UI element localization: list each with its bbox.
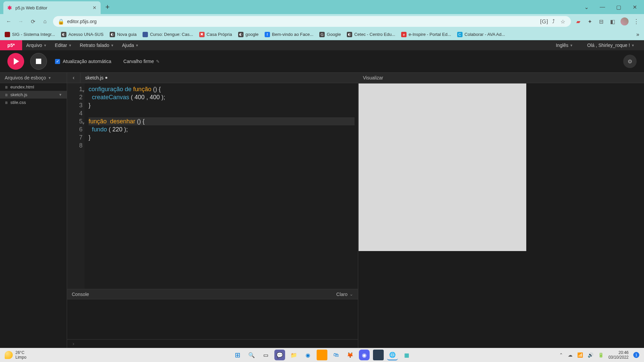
bookmark-item[interactable]: ◐google [238, 32, 259, 37]
weather-temp: 26°C [15, 350, 26, 355]
file-item[interactable]: 🗎eundex.html [0, 83, 67, 91]
bookmark-label: Colaborar - AVA Ad... [465, 32, 505, 37]
sub-bar: Arquivos de esboço▼ ‹ sketch.js Visualiz… [0, 72, 644, 83]
chevron-down-icon: ▼ [136, 44, 139, 47]
bookmarks-bar: SIG - Sistema Integr...◐Acesso UNA-SUS◐N… [0, 29, 644, 40]
chevron-down-icon[interactable]: ▼ [59, 93, 62, 97]
play-button[interactable] [7, 53, 24, 70]
chevron-down-icon: ▼ [48, 76, 51, 80]
p5-favicon-icon: ✱ [7, 5, 13, 10]
forward-button[interactable]: → [17, 17, 25, 25]
battery-icon[interactable]: 🔋 [598, 352, 604, 358]
reading-list-icon[interactable]: ⊟ [598, 18, 604, 25]
console-theme-label[interactable]: Claro [336, 292, 347, 297]
reload-button[interactable]: ⟳ [29, 17, 37, 25]
p5-logo[interactable]: p5* [0, 40, 22, 50]
chevron-down-icon: ▼ [111, 44, 114, 47]
menu-retrato-falado[interactable]: Retrato falado▼ [76, 40, 118, 50]
language-selector[interactable]: Inglês▼ [552, 43, 577, 48]
bookmark-item[interactable]: GGoogle [319, 32, 341, 37]
checkbox-checked-icon[interactable]: ✓ [55, 59, 60, 64]
search-icon[interactable]: 🔍 [246, 350, 257, 360]
bookmark-favicon-icon: f [265, 32, 270, 37]
sketch-files-toggle[interactable]: Arquivos de esboço▼ [0, 73, 67, 83]
home-button[interactable]: ⌂ [41, 17, 49, 25]
bookmark-star-icon[interactable]: ☆ [559, 18, 566, 25]
firefox-icon[interactable]: 🦊 [345, 350, 356, 360]
auto-refresh-toggle[interactable]: ✓ Atualização automática [55, 59, 111, 64]
tab-close-icon[interactable]: ✕ [93, 5, 97, 10]
chevron-down-icon: ▼ [43, 44, 47, 47]
code-content[interactable]: configuração de função () { createCanvas… [85, 83, 358, 289]
file-tab[interactable]: sketch.js [80, 73, 112, 83]
sublime-icon[interactable] [317, 350, 327, 360]
menu-arquivo[interactable]: Arquivo▼ [22, 40, 51, 50]
pencil-icon[interactable]: ✎ [156, 59, 160, 64]
chat-icon[interactable]: 💬 [274, 350, 285, 360]
wifi-icon[interactable]: 📶 [577, 352, 583, 358]
weather-widget[interactable]: 26°CLimpo [5, 350, 26, 360]
bookmark-item[interactable]: SIG - Sistema Integr... [5, 32, 55, 37]
bookmark-item[interactable]: fBem-vindo ao Face... [265, 32, 314, 37]
taskbar-icons: ⊞ 🔍 ▭ 💬 📁 ◉ 🛍 🦊 ◉ 🌐 ▦ [232, 350, 412, 360]
chrome-menu-icon[interactable]: ⋮ [633, 18, 639, 25]
collapse-sidebar-button[interactable]: ‹ [67, 73, 80, 83]
console-body [67, 299, 358, 339]
file-item[interactable]: 🗎sketch.js▼ [0, 91, 67, 99]
dropdown-icon[interactable]: ⌄ [578, 1, 594, 13]
share-icon[interactable]: ⤴ [550, 18, 557, 25]
user-greeting[interactable]: Olá , Shirley_roque !▼ [583, 43, 639, 48]
app-icon[interactable] [373, 350, 384, 360]
bookmark-label: Acesso UNA-SUS [68, 32, 104, 37]
side-panel-icon[interactable]: ◧ [609, 18, 616, 25]
bookmark-item[interactable]: ✖Casa Própria [199, 32, 232, 37]
extensions-icon[interactable]: ✦ [586, 18, 593, 25]
onedrive-icon[interactable]: ☁ [568, 352, 573, 358]
console-header[interactable]: Console Claro⌄ [67, 289, 358, 299]
bookmark-item[interactable]: Curso: Dengue: Cas... [143, 32, 193, 37]
editor-column: 1▼ 234 5▼ 678 configuração de função () … [67, 83, 358, 348]
new-tab-button[interactable]: + [105, 3, 110, 11]
bookmark-item[interactable]: ◐Nova guia [110, 32, 137, 37]
browser-tab[interactable]: ✱ p5.js Web Editor ✕ [3, 1, 101, 14]
chrome-icon[interactable]: 🌐 [387, 350, 398, 360]
p5-toolbar: ✓ Atualização automática Carvalho firme … [0, 50, 644, 72]
bookmark-item[interactable]: ee-Inspire - Portal Ed... [401, 32, 451, 37]
sketch-name[interactable]: Carvalho firme ✎ [123, 59, 160, 64]
tray-chevron-icon[interactable]: ⌃ [559, 352, 563, 358]
bookmark-label: SIG - Sistema Integr... [12, 32, 55, 37]
file-name: sketch.js [10, 92, 28, 97]
settings-button[interactable]: ⚙ [623, 55, 637, 68]
app-icon-2[interactable]: ▦ [401, 350, 412, 360]
minimize-button[interactable]: ― [594, 1, 610, 13]
bookmark-item[interactable]: ◐Acesso UNA-SUS [61, 32, 104, 37]
menu-ajuda[interactable]: Ajuda▼ [118, 40, 143, 50]
maximize-button[interactable]: ▢ [610, 1, 627, 13]
translate-icon[interactable]: ⁅G⁆ [541, 18, 547, 25]
bookmark-item[interactable]: CColaborar - AVA Ad... [457, 32, 505, 37]
code-editor[interactable]: 1▼ 234 5▼ 678 configuração de função () … [67, 83, 358, 289]
back-button[interactable]: ← [5, 17, 13, 25]
clock[interactable]: 20:4603/10/2022 [608, 350, 629, 360]
store-icon[interactable]: 🛍 [331, 350, 341, 360]
stop-button[interactable] [30, 53, 47, 70]
close-window-button[interactable]: ✕ [627, 1, 643, 13]
start-button[interactable]: ⊞ [232, 350, 243, 360]
tab-title: p5.js Web Editor [15, 5, 90, 10]
pocket-icon[interactable]: ▰ [575, 18, 582, 25]
explorer-icon[interactable]: 📁 [288, 350, 299, 360]
bookmarks-overflow-icon[interactable]: » [636, 32, 639, 38]
discord-icon[interactable]: ◉ [359, 350, 370, 360]
volume-icon[interactable]: 🔊 [588, 352, 593, 358]
task-view-icon[interactable]: ▭ [260, 350, 271, 360]
console-input[interactable]: › [67, 339, 358, 348]
profile-avatar[interactable] [621, 17, 629, 25]
bookmark-item[interactable]: ◐Cetec - Centro Edu... [347, 32, 395, 37]
main-area: 🗎eundex.html🗎sketch.js▼🗎stile.css 1▼ 234… [0, 83, 644, 348]
edge-icon[interactable]: ◉ [303, 350, 313, 360]
bookmark-label: Cetec - Centro Edu... [354, 32, 395, 37]
notification-badge[interactable]: 1 [633, 352, 639, 358]
url-box[interactable]: 🔒 editor.p5js.org ⁅G⁆ ⤴ ☆ [53, 16, 571, 27]
menu-editar[interactable]: Editar▼ [51, 40, 75, 50]
file-item[interactable]: 🗎stile.css [0, 99, 67, 106]
